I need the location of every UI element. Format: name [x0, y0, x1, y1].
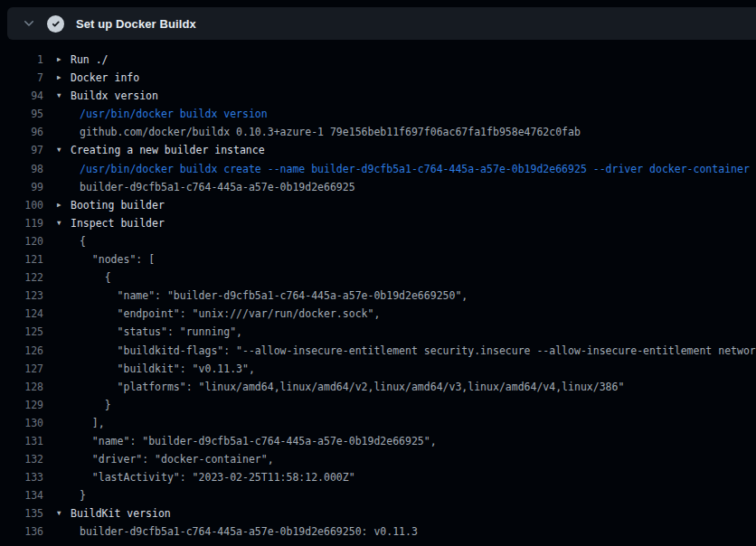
log-output-text: { [80, 268, 111, 287]
group-title: Buildx version [71, 87, 158, 105]
log-output-text: "driver": "docker-container", [80, 450, 274, 468]
log-line-number[interactable]: 129 [0, 396, 43, 414]
log-line: 123 "name": "builder-d9cfb5a1-c764-445a-… [0, 287, 756, 305]
log-line: 133 "lastActivity": "2023-02-25T11:58:12… [0, 468, 756, 486]
log-line: 98/usr/bin/docker buildx create --name b… [0, 160, 756, 178]
log-output-text: builder-d9cfb5a1-c764-445a-a57e-0b19d2e6… [80, 178, 355, 196]
log-group-row[interactable]: 135▼BuildKit version [0, 504, 756, 522]
log-output-text: "status": "running", [80, 323, 242, 341]
log-line-number[interactable]: 94 [0, 87, 43, 105]
group-expanded-icon[interactable]: ▼ [57, 141, 71, 159]
check-circle-icon [47, 15, 64, 33]
log-line: 95/usr/bin/docker buildx version [0, 105, 756, 123]
log-line: 130 ], [0, 414, 756, 432]
log-line-number[interactable]: 124 [0, 305, 43, 323]
log-output-text: ], [80, 414, 105, 432]
log-output-text: "lastActivity": "2023-02-25T11:58:12.000… [80, 468, 355, 486]
log-line: 131 "name": "builder-d9cfb5a1-c764-445a-… [0, 432, 756, 450]
log-line-number[interactable]: 132 [0, 450, 43, 468]
group-collapsed-icon[interactable]: ▶ [57, 51, 71, 69]
log-group-row[interactable]: 100▶Booting builder [0, 196, 756, 214]
log-line: 127 "buildkit": "v0.11.3", [0, 360, 756, 378]
log-output-text: } [80, 396, 111, 414]
step-title: Set up Docker Buildx [76, 17, 196, 31]
log-line: 124 "endpoint": "unix:///var/run/docker.… [0, 305, 756, 323]
log-output-text: "name": "builder-d9cfb5a1-c764-445a-a57e… [80, 287, 468, 305]
group-title: BuildKit version [71, 504, 171, 522]
log-output-text: builder-d9cfb5a1-c764-445a-a57e-0b19d2e6… [80, 522, 418, 541]
log-line-number[interactable]: 136 [0, 522, 43, 541]
step-header[interactable]: Set up Docker Buildx [7, 7, 756, 40]
log-output-text: "nodes": [ [80, 250, 155, 268]
log-group-row[interactable]: 119▼Inspect builder [0, 214, 756, 232]
log-line-number[interactable]: 97 [0, 141, 43, 159]
log-line-number[interactable]: 134 [0, 486, 43, 504]
group-expanded-icon[interactable]: ▼ [57, 214, 71, 232]
group-expanded-icon[interactable]: ▼ [57, 87, 71, 105]
log-output-text: "buildkit": "v0.11.3", [80, 360, 255, 378]
log-line: 121 "nodes": [ [0, 250, 756, 268]
log-output-text: "endpoint": "unix:///var/run/docker.sock… [80, 305, 380, 323]
log-line-number[interactable]: 120 [0, 232, 43, 250]
log-line-number[interactable]: 130 [0, 414, 43, 432]
log-line-number[interactable]: 131 [0, 432, 43, 450]
log-output-text: } [80, 486, 86, 504]
log-line-number[interactable]: 127 [0, 360, 43, 378]
group-title: Inspect builder [71, 214, 165, 232]
log-command-text: /usr/bin/docker buildx create --name bui… [80, 160, 750, 178]
log-line: 99builder-d9cfb5a1-c764-445a-a57e-0b19d2… [0, 178, 756, 196]
log-group-row[interactable]: 7▶Docker info [0, 69, 756, 87]
log-line-number[interactable]: 1 [0, 51, 43, 69]
log-line: 136builder-d9cfb5a1-c764-445a-a57e-0b19d… [0, 522, 756, 541]
group-collapsed-icon[interactable]: ▶ [57, 196, 71, 214]
log-line-number[interactable]: 125 [0, 323, 43, 341]
log-line: 126 "buildkitd-flags": "--allow-insecure… [0, 342, 756, 360]
log-line: 122 { [0, 268, 756, 287]
log-container: 1▶Run ./7▶Docker info94▼Buildx version95… [0, 51, 756, 541]
log-line: 120{ [0, 232, 756, 250]
log-line-number[interactable]: 99 [0, 178, 43, 196]
log-line-number[interactable]: 98 [0, 160, 43, 178]
group-expanded-icon[interactable]: ▼ [57, 504, 71, 522]
log-output-text: "platforms": "linux/amd64,linux/amd64/v2… [80, 378, 624, 396]
log-line: 129 } [0, 396, 756, 414]
log-output-text: "buildkitd-flags": "--allow-insecure-ent… [80, 342, 756, 360]
log-group-row[interactable]: 1▶Run ./ [0, 51, 756, 69]
log-group-row[interactable]: 97▼Creating a new builder instance [0, 141, 756, 159]
log-line-number[interactable]: 128 [0, 378, 43, 396]
log-line-number[interactable]: 126 [0, 342, 43, 360]
log-output-text: github.com/docker/buildx 0.10.3+azure-1 … [80, 123, 581, 141]
group-title: Run ./ [71, 51, 109, 69]
log-line: 96github.com/docker/buildx 0.10.3+azure-… [0, 123, 756, 141]
log-output-text: { [80, 232, 86, 250]
log-output-text: "name": "builder-d9cfb5a1-c764-445a-a57e… [80, 432, 437, 450]
log-line-number[interactable]: 135 [0, 504, 43, 522]
chevron-down-icon[interactable] [22, 16, 36, 31]
log-line-number[interactable]: 96 [0, 123, 43, 141]
log-command-text: /usr/bin/docker buildx version [80, 105, 268, 123]
log-line-number[interactable]: 122 [0, 268, 43, 287]
group-collapsed-icon[interactable]: ▶ [57, 69, 71, 87]
log-group-row[interactable]: 94▼Buildx version [0, 87, 756, 105]
log-line: 132 "driver": "docker-container", [0, 450, 756, 468]
log-line-number[interactable]: 119 [0, 214, 43, 232]
log-line: 125 "status": "running", [0, 323, 756, 341]
log-line-number[interactable]: 100 [0, 196, 43, 214]
group-title: Booting builder [71, 196, 165, 214]
log-line-number[interactable]: 7 [0, 69, 43, 87]
group-title: Docker info [71, 69, 139, 87]
log-line-number[interactable]: 123 [0, 287, 43, 305]
log-line-number[interactable]: 95 [0, 105, 43, 123]
log-line: 128 "platforms": "linux/amd64,linux/amd6… [0, 378, 756, 396]
log-line-number[interactable]: 121 [0, 250, 43, 268]
group-title: Creating a new builder instance [71, 141, 265, 159]
log-line-number[interactable]: 133 [0, 468, 43, 486]
log-line: 134} [0, 486, 756, 504]
